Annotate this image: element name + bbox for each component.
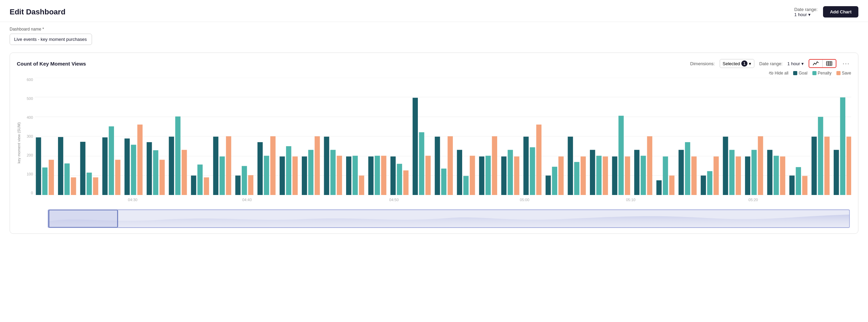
bars-svg [35,78,851,195]
add-chart-button[interactable]: Add Chart [823,6,858,18]
dimensions-selected-label: Selected [723,61,740,66]
svg-rect-63 [403,170,408,195]
svg-rect-111 [758,136,763,195]
legend-color-goal [793,71,797,75]
svg-rect-104 [707,171,712,195]
line-chart-button[interactable] [809,60,822,67]
chart-area: key moment view (SUM) 600 500 400 300 20… [17,78,851,208]
dashboard-name-label: Dashboard name * [10,27,858,32]
svg-rect-122 [840,97,845,195]
svg-rect-79 [523,137,528,195]
svg-rect-17 [65,163,70,195]
svg-rect-103 [701,175,706,195]
svg-rect-23 [109,126,114,195]
svg-rect-114 [780,157,785,195]
svg-rect-89 [596,156,602,195]
legend-item-goal: Goal [793,71,807,76]
y-axis: 600 500 400 300 200 100 0 [22,78,35,195]
svg-rect-83 [552,167,557,195]
minimap-svg [48,209,850,228]
legend-label-goal: Goal [799,71,807,76]
svg-rect-90 [603,157,608,195]
svg-rect-123 [846,137,851,195]
svg-rect-118 [811,137,816,195]
svg-rect-74 [486,156,491,195]
chart-controls: Dimensions: Selected 1 ▾ Date range: 1 h… [690,59,851,68]
svg-rect-39 [226,136,231,195]
svg-rect-31 [169,137,174,195]
dashboard-name-section: Dashboard name * [0,22,868,50]
more-options-button[interactable]: ··· [841,59,851,68]
svg-rect-75 [492,136,497,195]
svg-rect-117 [802,176,807,195]
svg-rect-106 [723,137,728,195]
svg-rect-44 [264,156,269,195]
svg-rect-98 [663,157,668,195]
svg-rect-81 [536,125,541,195]
svg-rect-119 [818,117,823,195]
svg-rect-65 [419,132,424,195]
dimensions-label: Dimensions: [690,61,715,66]
svg-rect-40 [235,175,240,195]
svg-rect-115 [789,175,795,195]
svg-rect-120 [824,137,830,195]
chevron-down-icon: ▾ [808,12,811,17]
svg-rect-100 [678,150,684,195]
page-title: Edit Dashboard [10,8,66,16]
svg-rect-110 [752,150,757,195]
svg-rect-42 [248,175,253,195]
chart-date-range-button[interactable]: 1 hour ▾ [787,61,804,66]
header-right: Date range: 1 hour ▾ Add Chart [794,6,858,18]
svg-rect-101 [685,142,690,195]
svg-rect-86 [574,162,579,195]
legend-item-save: Save [836,71,851,76]
svg-rect-85 [568,137,573,195]
svg-rect-16 [58,137,63,195]
svg-rect-54 [337,156,342,195]
svg-rect-15 [49,160,54,195]
dashboard-name-input[interactable] [10,34,92,45]
svg-rect-121 [834,150,839,195]
svg-rect-78 [514,157,519,195]
svg-rect-52 [324,137,329,195]
dimensions-button[interactable]: Selected 1 ▾ [720,59,755,68]
svg-rect-76 [501,157,506,195]
svg-rect-99 [669,175,674,195]
x-axis: 04:30 04:40 04:50 05:00 05:10 05:20 [35,195,851,208]
page-header: Edit Dashboard Date range: 1 hour ▾ Add … [0,0,868,22]
hide-all-button[interactable]: Hide all [769,71,788,76]
minimap[interactable] [48,209,850,228]
svg-rect-18 [71,177,76,195]
svg-rect-41 [242,166,247,195]
dimensions-badge: 1 [741,60,747,67]
svg-rect-32 [175,116,180,195]
svg-rect-102 [692,157,697,195]
table-chart-button[interactable] [823,60,836,67]
chart-view-toggle [809,59,836,68]
svg-rect-20 [87,173,92,195]
svg-rect-71 [463,176,468,195]
svg-rect-64 [413,98,418,195]
chart-date-range-label: Date range: [759,61,783,66]
svg-rect-38 [219,157,225,195]
svg-rect-72 [470,156,475,195]
header-date-range-button[interactable]: 1 hour ▾ [794,12,811,17]
svg-rect-25 [125,138,130,195]
svg-rect-36 [204,177,209,195]
svg-rect-105 [713,157,719,195]
svg-rect-21 [93,177,98,195]
svg-rect-96 [647,136,652,195]
svg-rect-30 [159,160,164,195]
svg-rect-109 [745,157,750,195]
chart-card: Count of Key Moment Views Dimensions: Se… [10,53,858,234]
svg-rect-48 [293,157,298,195]
svg-rect-88 [590,150,595,195]
svg-rect-46 [279,157,285,195]
svg-rect-80 [530,147,535,195]
svg-rect-45 [270,136,275,195]
svg-rect-22 [102,137,107,195]
chart-inner: 600 500 400 300 200 100 0 [22,78,851,208]
chevron-down-icon: ▾ [749,61,751,66]
svg-rect-33 [182,150,187,195]
chart-plot [35,78,851,195]
